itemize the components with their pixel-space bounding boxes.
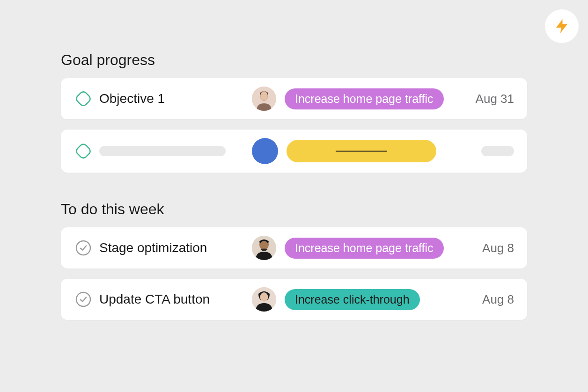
skeleton-date [481,146,514,156]
card-title-area: Stage optimization [74,239,252,257]
svg-rect-0 [75,90,92,107]
due-date: Aug 31 [476,92,514,106]
check-circle-icon[interactable] [74,290,93,309]
goal-card[interactable]: Objective 1 Increase home page traffic A… [61,78,527,119]
skeleton-title [99,146,226,156]
goal-title: Objective 1 [99,91,165,106]
svg-point-3 [260,91,268,101]
task-title: Stage optimization [99,240,207,255]
due-date: Aug 8 [482,241,514,255]
avatar-person-icon [252,287,276,312]
due-date: Aug 8 [482,292,514,307]
dashboard-container: Goal progress Objective 1 [0,0,588,320]
tag-pill[interactable]: Increase home page traffic [285,238,444,259]
svg-rect-4 [75,143,92,160]
svg-point-5 [76,241,90,255]
card-title-area: Objective 1 [74,89,252,108]
goal-progress-title: Goal progress [61,51,527,69]
goal-card-skeleton [61,130,527,173]
avatar[interactable] [252,87,276,111]
card-title-area [74,142,252,160]
goal-diamond-icon [74,89,93,108]
avatar-person-icon [252,236,276,260]
todo-section: To do this week Stage optimization [61,201,527,320]
tag-pill[interactable]: Increase click-through [285,289,420,310]
goal-progress-section: Goal progress Objective 1 [61,51,527,173]
lightning-badge [545,9,579,43]
skeleton-tag [287,140,436,162]
avatar[interactable] [252,236,276,260]
avatar-placeholder [252,138,278,164]
svg-point-12 [260,292,268,302]
todo-title: To do this week [61,201,527,218]
avatar-person-icon [252,87,276,111]
lightning-icon [553,18,570,35]
card-title-area: Update CTA button [74,290,252,309]
svg-point-9 [76,292,90,306]
avatar[interactable] [252,287,276,312]
check-circle-icon[interactable] [74,239,93,257]
task-card[interactable]: Stage optimization Increase home page tr… [61,227,527,269]
goal-diamond-icon [74,142,93,160]
task-card[interactable]: Update CTA button Increase click-through… [61,279,527,320]
task-title: Update CTA button [99,292,210,307]
tag-pill[interactable]: Increase home page traffic [285,88,444,109]
